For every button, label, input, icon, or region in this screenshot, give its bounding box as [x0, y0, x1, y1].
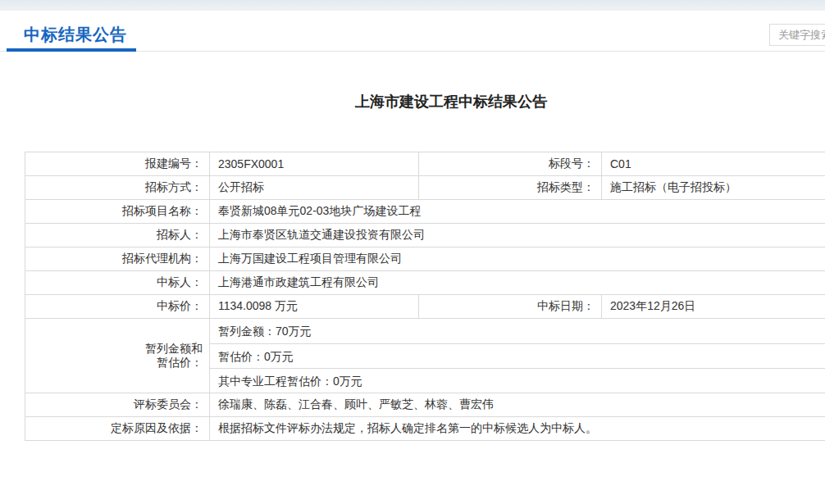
field-label-fangshi: 招标方式： — [25, 176, 210, 200]
sub-row-zhuanye-zangujia: 其中专业工程暂估价：0万元 — [210, 368, 825, 393]
section-title-underline — [7, 48, 136, 52]
field-value-dingbiao: 根据招标文件评标办法规定，招标人确定排名第一的中标候选人为中标人。 — [210, 417, 825, 441]
table-row: 中标价： 1134.0098 万元 中标日期： 2023年12月26日 — [25, 295, 825, 319]
table-row: 招标项目名称： 奉贤新城08单元02-03地块广场建设工程 — [25, 200, 825, 224]
sub-row-zangujia: 暂估价：0万元 — [210, 343, 825, 368]
field-value-riqi: 2023年12月26日 — [602, 295, 825, 319]
field-label-zhongbiaoren: 中标人： — [25, 271, 210, 295]
field-value-zhaobiaoren: 上海市奉贤区轨道交通建设投资有限公司 — [210, 224, 825, 247]
field-value-baojian: 2305FX0001 — [210, 152, 419, 176]
field-label-riqi: 中标日期： — [419, 295, 602, 319]
field-label-leixing: 招标类型： — [419, 176, 602, 200]
field-label-zhaobiaoren: 招标人： — [25, 224, 210, 247]
bid-result-table: 报建编号： 2305FX0001 标段号： C01 招标方式： 公开招标 招标类… — [25, 152, 825, 441]
page: 中标结果公告 上海市建设工程中标结果公告 报建编号： 2305FX0001 标段… — [0, 0, 825, 504]
table-row: 招标代理机构： 上海万国建设工程项目管理有限公司 — [25, 247, 825, 271]
field-value-daili: 上海万国建设工程项目管理有限公司 — [210, 247, 825, 271]
field-label-baojian: 报建编号： — [25, 152, 210, 176]
table-row: 报建编号： 2305FX0001 标段号： C01 — [25, 152, 825, 176]
document-title: 上海市建设工程中标结果公告 — [0, 92, 825, 111]
field-value-fangshi: 公开招标 — [210, 176, 419, 200]
field-label-daili: 招标代理机构： — [25, 247, 210, 271]
field-value-xiangmu: 奉贤新城08单元02-03地块广场建设工程 — [210, 200, 825, 224]
table-row: 定标原因及依据： 根据招标文件评标办法规定，招标人确定排名第一的中标候选人为中标… — [25, 417, 825, 441]
field-label-zanlie: 暂列金额和暂估价： — [25, 319, 210, 393]
sub-row-zanlie-jine: 暂列金额：70万元 — [210, 319, 825, 343]
field-label-zanlie-line2: 暂估价： — [157, 356, 203, 369]
field-value-zanlie-group: 暂列金额：70万元 暂估价：0万元 其中专业工程暂估价：0万元 — [210, 319, 825, 393]
table-row: 评标委员会： 徐瑞康、陈磊、江合春、顾叶、严敏芝、林蓉、曹宏伟 — [25, 393, 825, 417]
keyword-search-input[interactable] — [769, 24, 825, 46]
field-value-leixing: 施工招标（电子招投标） — [602, 176, 825, 200]
field-label-zhongbiaojia: 中标价： — [25, 295, 210, 319]
field-value-zhongbiaojia: 1134.0098 万元 — [210, 295, 419, 319]
section-title: 中标结果公告 — [24, 24, 127, 46]
field-label-biaoduan: 标段号： — [419, 152, 602, 176]
field-label-dingbiao: 定标原因及依据： — [25, 417, 210, 441]
field-label-pingbiao: 评标委员会： — [25, 393, 210, 417]
table-row: 招标方式： 公开招标 招标类型： 施工招标（电子招投标） — [25, 176, 825, 200]
field-value-zhongbiaoren: 上海港通市政建筑工程有限公司 — [210, 271, 825, 295]
field-label-xiangmu: 招标项目名称： — [25, 200, 210, 224]
table-row: 招标人： 上海市奉贤区轨道交通建设投资有限公司 — [25, 224, 825, 247]
field-value-pingbiao: 徐瑞康、陈磊、江合春、顾叶、严敏芝、林蓉、曹宏伟 — [210, 393, 825, 417]
page-header: 中标结果公告 — [0, 11, 825, 52]
table-row: 中标人： 上海港通市政建筑工程有限公司 — [25, 271, 825, 295]
top-bar — [0, 0, 825, 11]
field-value-biaoduan: C01 — [602, 152, 825, 176]
field-label-zanlie-line1: 暂列金额和 — [145, 342, 203, 355]
table-row: 暂列金额和暂估价： 暂列金额：70万元 暂估价：0万元 其中专业工程暂估价：0万… — [25, 319, 825, 393]
